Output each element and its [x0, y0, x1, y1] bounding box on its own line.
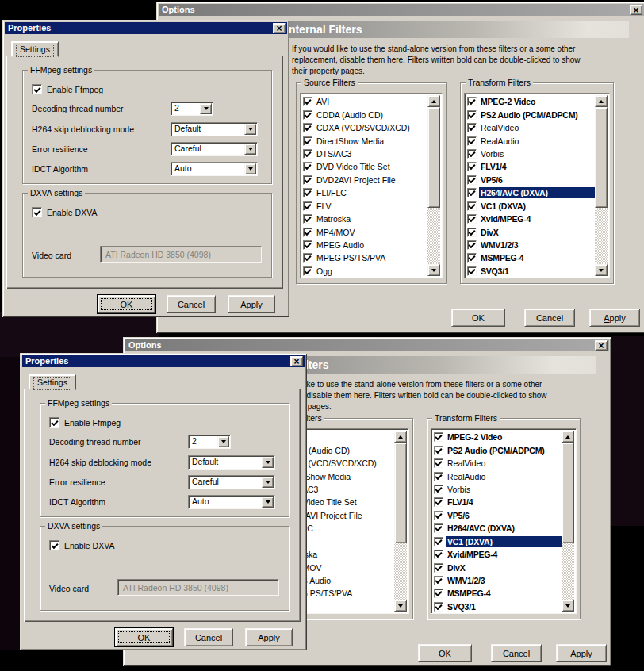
checkbox-checked-icon[interactable] — [434, 589, 443, 598]
scroll-up-button[interactable] — [394, 431, 407, 443]
filter-list-item[interactable]: FLV1/4 — [433, 496, 562, 508]
dropdown[interactable]: Auto — [171, 162, 258, 176]
checkbox-checked-icon[interactable] — [434, 550, 443, 559]
dropdown-arrow-button[interactable] — [244, 163, 256, 174]
checkbox-checked-icon[interactable] — [32, 84, 42, 94]
apply-button[interactable]: Apply — [245, 628, 293, 646]
checkbox-checked-icon[interactable] — [303, 214, 312, 224]
cancel-button[interactable]: Cancel — [491, 644, 542, 662]
scrollbar-thumb[interactable] — [427, 107, 440, 208]
filter-list-item[interactable]: SVQ3/1 — [433, 600, 562, 612]
dropdown[interactable]: Careful — [188, 475, 275, 489]
tab-settings[interactable]: Settings — [29, 374, 76, 390]
checkbox-checked-icon[interactable] — [467, 214, 477, 224]
checkbox-checked-icon[interactable] — [467, 201, 477, 211]
transform-list-scrollbar[interactable] — [562, 431, 574, 612]
dropdown-arrow-button[interactable] — [262, 477, 274, 488]
checkbox-checked-icon[interactable] — [434, 485, 443, 494]
filter-list-item[interactable]: DTS/AC3 — [302, 148, 427, 160]
checkbox-checked-icon[interactable] — [467, 188, 477, 197]
scrollbar-track[interactable] — [562, 443, 574, 600]
dropdown-arrow-button[interactable] — [244, 124, 256, 135]
enable-ffmpeg-checkbox[interactable]: Enable Ffmpeg — [49, 417, 121, 428]
transform-list-scrollbar[interactable] — [595, 95, 608, 276]
checkbox-checked-icon[interactable] — [303, 175, 312, 185]
dropdown[interactable]: Default — [171, 122, 258, 136]
checkbox-checked-icon[interactable] — [303, 162, 312, 171]
dropdown[interactable]: 2 — [188, 435, 231, 449]
checkbox-checked-icon[interactable] — [303, 136, 312, 146]
properties-titlebar[interactable]: Properties × — [5, 22, 287, 34]
checkbox-checked-icon[interactable] — [303, 201, 312, 211]
filter-list-item[interactable]: VC1 (DXVA) — [433, 535, 562, 548]
filter-list-item[interactable]: VC1 (DXVA) — [466, 200, 595, 213]
checkbox-checked-icon[interactable] — [303, 97, 312, 106]
dropdown[interactable]: Careful — [171, 142, 258, 156]
apply-button[interactable]: Apply — [228, 295, 275, 313]
filter-list-item[interactable]: WMV1/2/3 — [466, 239, 595, 251]
dropdown[interactable]: 2 — [171, 102, 213, 116]
close-button[interactable]: × — [630, 5, 642, 15]
options-titlebar[interactable]: Options × — [159, 4, 644, 16]
checkbox-checked-icon[interactable] — [303, 188, 312, 197]
checkbox-checked-icon[interactable] — [434, 458, 443, 468]
checkbox-checked-icon[interactable] — [467, 175, 477, 185]
cancel-button[interactable]: Cancel — [184, 628, 233, 646]
checkbox-checked-icon[interactable] — [434, 446, 443, 455]
checkbox-checked-icon[interactable] — [467, 266, 477, 276]
filter-list-item[interactable]: RealVideo — [466, 121, 595, 134]
checkbox-checked-icon[interactable] — [434, 537, 443, 546]
checkbox-checked-icon[interactable] — [434, 497, 443, 507]
source-list-scrollbar[interactable] — [394, 431, 407, 612]
scroll-up-button[interactable] — [595, 95, 608, 107]
filter-list-item[interactable]: Xvid/MPEG-4 — [466, 213, 595, 225]
filter-list-item[interactable]: Vorbis — [466, 148, 595, 160]
scroll-up-button[interactable] — [427, 95, 440, 107]
filter-list-item[interactable]: MSMPEG-4 — [433, 587, 562, 600]
filter-list-item[interactable]: DirectShow Media — [302, 134, 427, 147]
filter-list-item[interactable]: Vorbis — [433, 483, 562, 496]
checkbox-checked-icon[interactable] — [467, 97, 477, 106]
dropdown-arrow-button[interactable] — [217, 436, 229, 447]
filter-list-item[interactable]: MPEG Audio — [302, 239, 427, 251]
checkbox-checked-icon[interactable] — [434, 432, 443, 442]
checkbox-checked-icon[interactable] — [303, 228, 312, 237]
filter-list-item[interactable]: H264/AVC (DXVA) — [433, 522, 562, 535]
filter-list-item[interactable]: MP4/MOV — [302, 225, 427, 238]
dropdown-arrow-button[interactable] — [244, 144, 256, 155]
checkbox-checked-icon[interactable] — [434, 472, 443, 481]
filter-list-item[interactable]: WMV1/2/3 — [433, 574, 562, 587]
filter-list-item[interactable]: RealAudio — [433, 470, 562, 482]
ok-button[interactable]: OK — [418, 644, 472, 662]
filter-list-item[interactable]: DVD Video Title Set — [302, 160, 427, 173]
filter-list-item[interactable]: SVQ3/1 — [466, 265, 595, 276]
filter-list-item[interactable]: RealAudio — [466, 134, 595, 147]
enable-dxva-checkbox[interactable]: Enable DXVA — [32, 207, 97, 217]
checkbox-checked-icon[interactable] — [434, 523, 443, 533]
transform-filters-list[interactable]: MPEG-2 VideoPS2 Audio (PCM/ADPCM)RealVid… — [431, 428, 577, 614]
filter-list-item[interactable]: VP5/6 — [433, 509, 562, 522]
cancel-button[interactable]: Cancel — [167, 295, 216, 313]
scrollbar-thumb[interactable] — [595, 107, 608, 208]
checkbox-checked-icon[interactable] — [434, 511, 443, 520]
apply-button[interactable]: Apply — [589, 309, 640, 327]
filter-list-item[interactable]: PS2 Audio (PCM/ADPCM) — [433, 443, 562, 456]
source-filters-list[interactable]: AVICDDA (Audio CD)CDXA (VCD/SVCD/XCD)Dir… — [300, 93, 443, 278]
checkbox-checked-icon[interactable] — [467, 110, 477, 120]
dropdown-arrow-button[interactable] — [262, 457, 274, 468]
scroll-down-button[interactable] — [595, 264, 608, 276]
filter-list-item[interactable]: CDDA (Audio CD) — [302, 108, 427, 121]
checkbox-checked-icon[interactable] — [467, 136, 477, 146]
options-titlebar[interactable]: Options × — [125, 339, 609, 351]
filter-list-item[interactable]: RealVideo — [433, 457, 562, 470]
properties-titlebar[interactable]: Properties × — [22, 355, 305, 367]
transform-filters-list[interactable]: MPEG-2 VideoPS2 Audio (PCM/ADPCM)RealVid… — [464, 93, 610, 278]
filter-list-item[interactable]: MSMPEG-4 — [466, 251, 595, 264]
dropdown-arrow-button[interactable] — [262, 497, 274, 508]
checkbox-checked-icon[interactable] — [49, 540, 59, 550]
filter-list-item[interactable]: VP5/6 — [466, 174, 595, 186]
filter-list-item[interactable]: DivX — [466, 225, 595, 238]
scrollbar-track[interactable] — [427, 107, 440, 264]
dropdown[interactable]: Default — [188, 455, 275, 470]
filter-list-item[interactable]: Matroska — [302, 213, 427, 225]
